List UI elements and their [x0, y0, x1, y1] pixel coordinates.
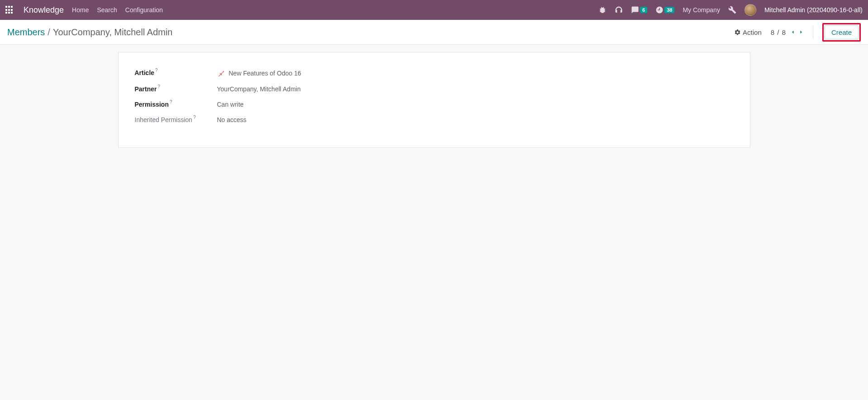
nav-link-configuration[interactable]: Configuration [125, 6, 163, 14]
form-sheet: Article?New Features of Odoo 16Partner?Y… [118, 52, 750, 148]
field-label: Article? [135, 69, 217, 76]
create-button[interactable]: Create [825, 25, 859, 39]
pushpin-icon [217, 69, 225, 77]
apps-icon[interactable] [5, 6, 14, 14]
help-icon[interactable]: ? [158, 84, 161, 89]
user-menu[interactable]: Mitchell Admin (20204090-16-0-all) [764, 6, 863, 14]
form-wrap: Article?New Features of Odoo 16Partner?Y… [0, 45, 868, 148]
chevron-right-icon [798, 29, 804, 35]
pager-prev[interactable] [790, 28, 796, 36]
messages-icon[interactable]: 6 [631, 6, 647, 14]
field-value: New Features of Odoo 16 [217, 69, 301, 77]
create-highlight: Create [822, 23, 861, 42]
navbar-left: Knowledge Home Search Configuration [5, 5, 163, 15]
nav-link-home[interactable]: Home [72, 6, 89, 14]
chevron-left-icon [790, 29, 796, 35]
activities-badge: 38 [664, 7, 674, 13]
pager-next[interactable] [798, 28, 804, 36]
gear-icon [734, 29, 741, 36]
tools-icon[interactable] [728, 6, 736, 14]
help-icon[interactable]: ? [193, 115, 196, 120]
company-selector[interactable]: My Company [683, 6, 720, 14]
pager: 8 / 8 [771, 28, 804, 36]
form-row: Permission?Can write [135, 97, 734, 112]
control-panel-right: Action 8 / 8 Create [734, 23, 861, 42]
action-menu[interactable]: Action [734, 28, 762, 36]
field-value: No access [217, 116, 247, 123]
breadcrumb-root[interactable]: Members [7, 27, 45, 38]
help-icon[interactable]: ? [170, 99, 172, 104]
field-label: Inherited Permission? [135, 116, 217, 123]
messages-badge: 6 [640, 7, 647, 13]
nav-link-search[interactable]: Search [97, 6, 117, 14]
field-label: Partner? [135, 85, 217, 93]
field-label: Permission? [135, 101, 217, 108]
form-row: Inherited Permission?No access [135, 112, 734, 127]
support-icon[interactable] [615, 6, 623, 14]
bug-icon[interactable] [598, 6, 607, 14]
activities-icon[interactable]: 38 [655, 6, 674, 14]
breadcrumb-current: YourCompany, Mitchell Admin [53, 27, 173, 38]
pager-text[interactable]: 8 / 8 [771, 28, 786, 36]
navbar-right: 6 38 My Company Mitchell Admin (20204090… [598, 4, 863, 16]
breadcrumb-separator: / [47, 27, 50, 38]
app-brand[interactable]: Knowledge [24, 5, 64, 15]
field-value: Can write [217, 101, 244, 108]
action-label: Action [743, 28, 762, 36]
help-icon[interactable]: ? [155, 68, 158, 73]
control-panel: Members / YourCompany, Mitchell Admin Ac… [0, 20, 868, 45]
form-row: Article?New Features of Odoo 16 [135, 65, 734, 81]
avatar[interactable] [745, 4, 756, 16]
form-row: Partner?YourCompany, Mitchell Admin [135, 81, 734, 97]
top-navbar: Knowledge Home Search Configuration 6 38… [0, 0, 868, 20]
divider [813, 25, 813, 39]
breadcrumb: Members / YourCompany, Mitchell Admin [7, 27, 173, 38]
field-value: YourCompany, Mitchell Admin [217, 85, 301, 93]
